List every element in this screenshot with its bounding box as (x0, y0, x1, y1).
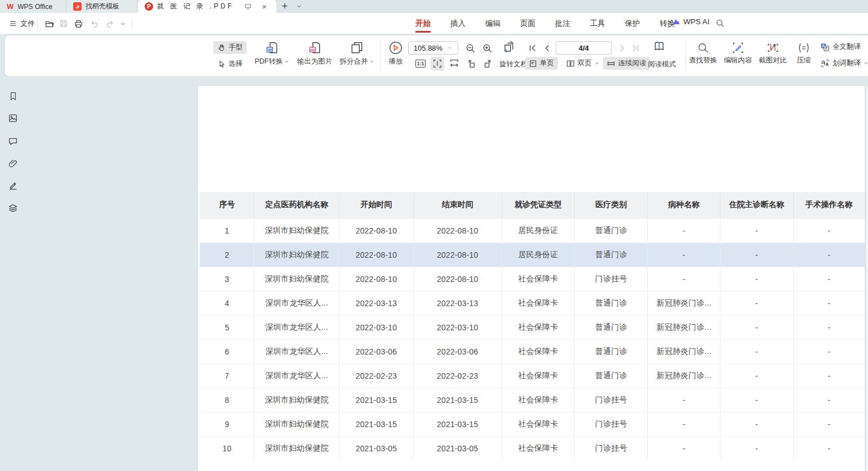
continuous-reading-icon (607, 60, 615, 68)
table-cell: 2022-03-10 (339, 315, 414, 339)
table-cell: 2021-03-15 (413, 412, 502, 436)
table-cell: 门诊挂号 (575, 388, 648, 412)
export-as-image-button[interactable]: 输出为图片 (293, 41, 336, 66)
table-cell: 深圳市妇幼保健院 (254, 412, 339, 436)
tab-wps-office[interactable]: W WPS Office (0, 0, 66, 13)
table-cell: 社会保障卡 (502, 267, 575, 291)
menu-tab-page[interactable]: 页面 (519, 14, 536, 34)
menu-tab-comment[interactable]: 批注 (554, 14, 571, 34)
single-page-button[interactable]: 单页 (525, 57, 558, 70)
file-menu-button[interactable]: 文件 (6, 17, 38, 30)
split-merge-button[interactable]: 拆分合并 (337, 41, 377, 66)
play-button[interactable]: 播放 (379, 41, 413, 66)
menu-tab-home[interactable]: 开始 (414, 14, 432, 34)
next-page-icon[interactable] (616, 41, 628, 55)
undo-icon[interactable] (88, 18, 100, 29)
table-cell: 2021-03-05 (413, 436, 502, 460)
table-cell: 2 (200, 243, 254, 267)
thumbnail-icon[interactable] (7, 112, 19, 124)
read-mode-label: 阅读模式 (648, 60, 676, 68)
menu-search-icon[interactable] (714, 17, 726, 29)
actual-size-icon[interactable]: 1:1 (414, 57, 427, 70)
table-cell: - (793, 243, 865, 267)
rotate-right-icon[interactable] (481, 57, 495, 70)
page-number-input[interactable]: 4/4 (556, 41, 612, 55)
table-cell: - (648, 412, 721, 436)
table-cell: - (793, 436, 865, 460)
continuous-reading-button[interactable]: 连续阅读 (603, 57, 650, 70)
table-cell: 社会保障卡 (502, 339, 575, 364)
close-tab-icon[interactable]: × (258, 2, 271, 11)
table-cell: 深圳市妇幼保健院 (254, 218, 339, 243)
tab-medical-record-pdf[interactable]: P 就 医 记 录 .PDF × (138, 0, 276, 13)
previous-page-icon[interactable] (541, 41, 552, 55)
zoom-level-select[interactable]: 105.88% (408, 41, 458, 55)
print-icon[interactable] (72, 18, 84, 29)
table-cell: 2021-03-15 (413, 388, 502, 412)
word-translate-button[interactable]: 划词翻译 (820, 59, 868, 68)
double-page-icon (566, 60, 575, 68)
menu-tab-tools[interactable]: 工具 (589, 14, 606, 34)
table-cell: - (793, 315, 865, 339)
read-mode-button[interactable]: 阅读模式 (648, 60, 676, 69)
table-cell: 普通门诊 (575, 339, 648, 364)
attachment-icon[interactable] (7, 157, 19, 169)
pdf-page: 序号定点医药机构名称开始时间结束时间就诊凭证类型医疗类别病种名称住院主诊断名称手… (198, 86, 865, 471)
zoom-in-icon[interactable] (480, 41, 494, 55)
screenshot-compare-button[interactable]: 截图对比 (757, 42, 789, 65)
rotate-left-icon[interactable] (464, 57, 478, 70)
rotate-document-icon[interactable] (503, 40, 516, 53)
pdf-convert-button[interactable]: W PDF转换 (253, 41, 291, 66)
table-cell: 2022-08-10 (413, 243, 502, 267)
rotate-document-button[interactable]: 旋转文档 (499, 60, 527, 69)
signature-icon[interactable] (7, 180, 19, 192)
save-icon[interactable] (57, 18, 70, 29)
edit-content-button[interactable]: 编辑内容 (722, 42, 754, 65)
first-page-icon[interactable] (526, 41, 538, 55)
table-cell: 2022-03-13 (413, 291, 502, 315)
select-tool-button[interactable]: 选择 (213, 57, 247, 70)
redo-icon[interactable] (104, 18, 116, 29)
table-cell: 2022-08-10 (413, 267, 502, 291)
zoom-out-icon[interactable] (463, 41, 477, 55)
table-cell: 社会保障卡 (502, 364, 575, 388)
quick-access-chevron-icon[interactable] (118, 18, 127, 29)
table-cell: - (720, 267, 793, 291)
table-cell: 2022-03-10 (413, 315, 502, 339)
read-mode-icon[interactable] (652, 40, 666, 53)
double-page-button[interactable]: 双页 (562, 57, 603, 70)
new-tab-button[interactable]: + (276, 0, 293, 13)
pdf-convert-label: PDF转换 (255, 57, 283, 66)
find-replace-button[interactable]: 查找替换 (687, 42, 719, 65)
table-cell: - (648, 267, 721, 291)
table-cell: - (720, 339, 793, 364)
tab-label: WPS Office (17, 3, 52, 11)
rotate-document-label: 旋转文档 (499, 60, 527, 68)
full-text-translate-button[interactable]: A 全文翻译 (820, 42, 861, 52)
hand-tool-button[interactable]: 手型 (213, 41, 247, 54)
table-cell: 深圳市龙华区人... (254, 315, 339, 339)
menu-tab-insert[interactable]: 插入 (449, 14, 467, 34)
export-image-icon (307, 41, 322, 55)
layers-icon[interactable] (7, 202, 19, 214)
compress-button[interactable]: 压缩 (792, 42, 816, 65)
table-cell: - (720, 243, 793, 267)
wps-ai-button[interactable]: WPS AI (672, 17, 710, 26)
menu-tab-edit[interactable]: 编辑 (484, 14, 502, 34)
document-workspace: 序号定点医药机构名称开始时间结束时间就诊凭证类型医疗类别病种名称住院主诊断名称手… (0, 77, 868, 471)
open-folder-icon[interactable] (43, 18, 55, 29)
bookmark-icon[interactable] (7, 90, 19, 102)
fit-width-icon[interactable] (448, 57, 461, 70)
fit-page-icon[interactable] (431, 57, 444, 70)
table-cell: - (648, 436, 721, 460)
tab-list-chevron-icon[interactable] (293, 0, 306, 13)
column-header: 医疗类别 (575, 192, 648, 218)
table-cell: 2021-03-05 (339, 436, 414, 460)
compress-label: 压缩 (797, 56, 811, 65)
present-monitor-icon[interactable] (242, 2, 254, 11)
tab-docer-templates[interactable]: 找稻壳模板 (66, 0, 138, 13)
last-page-icon[interactable] (630, 41, 641, 55)
menu-tab-protect[interactable]: 保护 (624, 14, 641, 34)
comment-icon[interactable] (7, 135, 19, 147)
svg-text:W: W (268, 47, 272, 52)
